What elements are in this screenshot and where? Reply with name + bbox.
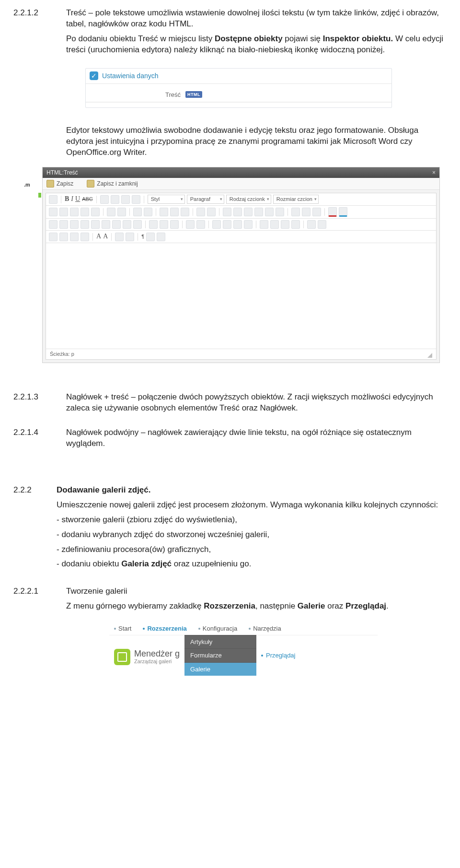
paste-word-icon[interactable] — [91, 208, 100, 216]
save-close-button[interactable]: Zapisz i zamknij — [87, 180, 138, 188]
submenu-item-browse[interactable]: Przeglądaj — [266, 651, 295, 660]
table-icon[interactable] — [49, 220, 58, 229]
cleanup-icon[interactable] — [265, 208, 274, 216]
menu-item-tools[interactable]: Narzędzia — [249, 624, 281, 633]
font-sample-icon[interactable]: A — [96, 232, 101, 241]
tool-icon[interactable] — [291, 220, 300, 229]
date-icon[interactable] — [291, 208, 300, 216]
tool-icon[interactable] — [49, 233, 58, 241]
iframe-icon[interactable] — [244, 220, 253, 229]
media-icon[interactable] — [233, 220, 242, 229]
tool-icon[interactable] — [112, 220, 121, 229]
paste-icon[interactable] — [70, 208, 79, 216]
tool-icon[interactable] — [318, 220, 326, 229]
submenu: Przeglądaj — [256, 635, 378, 676]
bold-button[interactable]: B — [65, 195, 69, 204]
fullscreen-icon[interactable] — [260, 220, 268, 229]
tool-icon[interactable] — [146, 233, 155, 241]
tool-icon[interactable] — [157, 233, 165, 241]
close-icon[interactable]: × — [432, 169, 436, 176]
editor-canvas[interactable] — [46, 243, 436, 349]
align-justify-icon[interactable] — [132, 195, 140, 204]
undo-icon[interactable] — [196, 208, 205, 216]
tool-icon[interactable] — [123, 220, 131, 229]
link-icon[interactable] — [223, 208, 231, 216]
dropdown-item-forms[interactable]: Formularze — [184, 648, 256, 662]
underline-button[interactable]: U — [75, 195, 80, 204]
bg-color-icon[interactable] — [339, 207, 347, 217]
paste-text-icon[interactable] — [80, 208, 89, 216]
font-family-dropdown[interactable]: Rodzaj czcionk — [226, 195, 271, 204]
bold-text: Galeria zdjęć — [121, 559, 172, 568]
tool-icon[interactable] — [115, 233, 124, 241]
find-icon[interactable] — [107, 208, 115, 216]
outdent-icon[interactable] — [160, 208, 168, 216]
copy-icon[interactable] — [59, 208, 68, 216]
image-icon[interactable] — [254, 208, 263, 216]
tool-icon[interactable] — [91, 220, 100, 229]
font-size-dropdown[interactable]: Rozmiar czcion — [273, 195, 319, 204]
strike-button[interactable]: ABC — [82, 196, 93, 203]
style-dropdown[interactable]: Styl — [148, 195, 185, 204]
text-color-icon[interactable] — [328, 207, 337, 217]
menu-top: Start Rozszerzenia Konfiguracja Narzędzi… — [109, 622, 378, 635]
tool-icon[interactable] — [80, 233, 89, 241]
tool-icon[interactable] — [70, 220, 79, 229]
align-left-icon[interactable] — [100, 195, 109, 204]
toolbar-row-3 — [46, 219, 436, 231]
html-icon[interactable]: HTML — [185, 91, 202, 98]
align-center-icon[interactable] — [111, 195, 119, 204]
label: Narzędzia — [253, 624, 281, 633]
html-source-icon[interactable] — [276, 208, 284, 216]
label: Start — [118, 624, 131, 633]
bold-text: Galerie — [298, 601, 325, 610]
align-right-icon[interactable] — [121, 195, 130, 204]
quote-icon[interactable] — [181, 208, 189, 216]
tool-icon[interactable] — [270, 220, 279, 229]
tool-icon[interactable] — [126, 233, 134, 241]
checkbox-icon[interactable]: ✓ — [90, 71, 98, 80]
dropdown-item-galleries[interactable]: Galerie — [184, 662, 256, 676]
paragraph-dropdown[interactable]: Paragraf — [187, 195, 224, 204]
anchor-icon[interactable] — [244, 208, 253, 216]
sub-icon[interactable] — [186, 220, 195, 229]
tool-icon[interactable] — [59, 233, 68, 241]
font-sample-icon[interactable]: A — [103, 232, 108, 241]
dropdown-item-articles[interactable]: Artykuły — [184, 635, 256, 649]
ol-icon[interactable] — [144, 208, 152, 216]
tool-icon[interactable] — [59, 220, 68, 229]
redo-icon[interactable] — [207, 208, 216, 216]
indent-icon[interactable] — [170, 208, 179, 216]
ul-icon[interactable] — [133, 208, 142, 216]
remove-format-icon[interactable] — [160, 220, 168, 229]
panel-title: Ustawienia danych — [102, 71, 159, 81]
tool-icon[interactable] — [133, 220, 142, 229]
list-item: - dodaniu obiektu Galeria zdjęć oraz uzu… — [57, 559, 447, 570]
menu-item-start[interactable]: Start — [114, 624, 131, 633]
replace-icon[interactable] — [117, 208, 126, 216]
text: , następnie — [255, 601, 298, 610]
menu-item-config[interactable]: Konfiguracja — [198, 624, 237, 633]
unlink-icon[interactable] — [233, 208, 242, 216]
tool-icon[interactable] — [102, 220, 110, 229]
tool-icon[interactable] — [49, 195, 58, 204]
resize-handle-icon[interactable] — [427, 353, 432, 358]
tool-icon[interactable] — [70, 233, 79, 241]
cut-icon[interactable] — [49, 208, 58, 216]
save-button[interactable]: Zapisz — [46, 180, 73, 188]
emoticon-icon[interactable] — [223, 220, 231, 229]
preview-icon[interactable] — [312, 208, 321, 216]
pilcrow-icon[interactable]: ¶ — [141, 233, 144, 240]
sup-icon[interactable] — [196, 220, 205, 229]
text: oraz — [325, 601, 346, 610]
hr-icon[interactable] — [149, 220, 158, 229]
tool-icon[interactable] — [281, 220, 289, 229]
tool-icon[interactable] — [80, 220, 89, 229]
menu-item-extensions[interactable]: Rozszerzenia — [143, 624, 186, 633]
italic-button[interactable]: I — [71, 195, 73, 204]
char-icon[interactable] — [212, 220, 221, 229]
list-item: - zdefiniowaniu procesora(ów) graficznyc… — [57, 544, 447, 555]
time-icon[interactable] — [302, 208, 310, 216]
visual-chars-icon[interactable] — [170, 220, 179, 229]
tool-icon[interactable] — [307, 220, 316, 229]
